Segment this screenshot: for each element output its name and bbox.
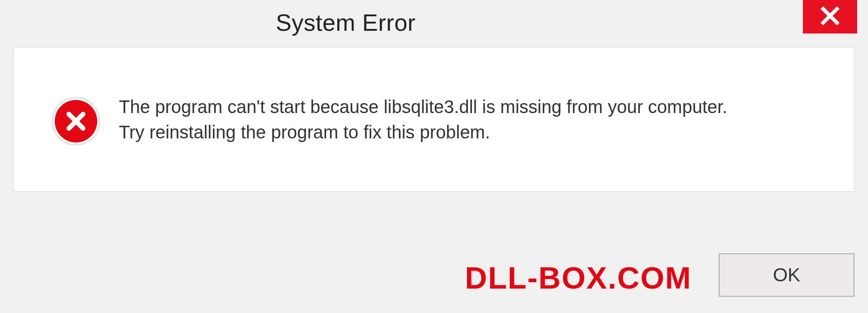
dialog-title: System Error	[276, 9, 415, 36]
error-icon	[55, 100, 97, 142]
error-message: The program can't start because libsqlit…	[119, 94, 752, 145]
content-panel: The program can't start because libsqlit…	[14, 47, 854, 192]
close-icon	[820, 5, 840, 28]
ok-button[interactable]: OK	[719, 253, 854, 297]
ok-button-label: OK	[773, 264, 801, 286]
watermark-text: DLL-BOX.COM	[465, 260, 692, 295]
close-button[interactable]	[803, 0, 857, 33]
titlebar: System Error	[0, 0, 868, 45]
button-row: DLL-BOX.COM OK	[14, 253, 854, 297]
system-error-dialog: System Error The program can't start bec…	[0, 0, 868, 313]
